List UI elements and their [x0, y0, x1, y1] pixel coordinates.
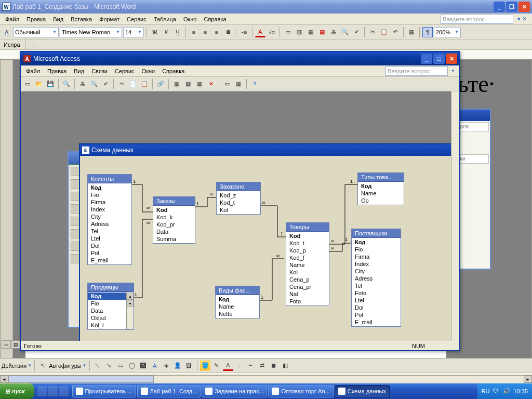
line-color-button[interactable]: ✎ — [211, 361, 222, 371]
search-file-button[interactable]: 🔍 — [61, 79, 72, 89]
show-all-button[interactable]: ▦ — [194, 79, 205, 89]
align-left-button[interactable]: ≡ — [189, 27, 199, 37]
menu-format[interactable]: Формат — [96, 15, 123, 23]
table-sellers[interactable]: Продавцы КодFioDataOkladKol_i ▲▼ — [87, 283, 134, 330]
line-button[interactable]: ＼ — [92, 361, 103, 371]
table-field[interactable]: Pol — [352, 311, 401, 318]
clock[interactable]: 10:35 — [513, 388, 528, 394]
arrow-style-button[interactable]: ⇄ — [257, 361, 268, 371]
ql-icon[interactable] — [48, 386, 58, 396]
access-close-button[interactable]: ✕ — [446, 54, 457, 64]
access-help-question-box[interactable]: Введите вопрос — [385, 66, 448, 76]
undo-button[interactable]: ↶ — [390, 27, 401, 37]
3d-button[interactable]: ◧ — [280, 361, 290, 371]
help-button[interactable]: ? — [249, 79, 260, 89]
columns-button[interactable]: ▥ — [294, 27, 304, 37]
table-field[interactable]: Cena_p — [286, 276, 329, 283]
access-maximize-button[interactable]: □ — [433, 54, 445, 64]
preview2-button[interactable]: 🔍 — [89, 79, 99, 89]
new-object-button[interactable]: ▭ — [222, 79, 232, 89]
tray-volume-icon[interactable]: 🔊 — [503, 388, 510, 395]
table-field[interactable]: Foto — [352, 289, 401, 297]
access-menu-relations[interactable]: Связи — [88, 67, 111, 75]
menu-view[interactable]: Вид — [50, 15, 66, 23]
table-field[interactable]: Код — [88, 184, 131, 191]
table-field[interactable]: Firma — [88, 198, 131, 206]
table-field[interactable]: Data — [153, 228, 195, 235]
table-orders-header[interactable]: Заказы — [153, 197, 195, 206]
table-types-header[interactable]: Типы това... — [358, 173, 404, 182]
spellcheck-button[interactable]: ✔ — [351, 27, 362, 37]
table-field[interactable]: Fio — [352, 246, 401, 253]
table-field[interactable]: Op — [358, 197, 404, 204]
table-types[interactable]: Типы това... КодNameOp — [357, 172, 404, 205]
table-field[interactable]: Name — [358, 190, 404, 197]
insert-table-button[interactable]: ▦ — [406, 27, 417, 37]
line-weight-button[interactable]: ≡ — [234, 361, 245, 371]
text-color-button[interactable]: A — [223, 361, 233, 371]
table-field[interactable]: Kod_k — [153, 214, 195, 221]
table-field[interactable]: Kod_t — [217, 199, 260, 206]
cut2-button[interactable]: ✂ — [116, 79, 127, 89]
arrow-button[interactable]: ↘ — [104, 361, 114, 371]
restore-button[interactable]: ❐ — [506, 2, 517, 12]
help-question-box[interactable]: Введите вопрос — [441, 15, 513, 24]
style-indicator-icon[interactable]: A — [2, 27, 12, 37]
table-field[interactable]: Oklad — [88, 314, 126, 322]
table-field[interactable]: Firma — [352, 253, 401, 260]
scroll-thumb[interactable] — [8, 376, 154, 383]
table-field[interactable]: Name — [216, 303, 259, 310]
taskbar-button[interactable]: Лаб раб 1_Созд... — [137, 385, 201, 397]
word-vertical-ruler[interactable] — [1, 60, 13, 358]
table-field[interactable]: Код — [352, 238, 401, 246]
access-menu-view[interactable]: Вид — [71, 67, 87, 75]
word-title-bar[interactable]: W Лаб раб 1_Создание базы - Microsoft Wo… — [0, 0, 532, 14]
word-hscrollbar[interactable]: ◄ ► — [0, 375, 532, 383]
fontsize-combo[interactable]: 14▼ — [123, 27, 144, 37]
menu-tools[interactable]: Сервис — [124, 15, 150, 23]
table-field[interactable]: Kod — [286, 232, 329, 240]
table-clients[interactable]: Клиенты КодFioFirmaIndexCityAdressTelLte… — [87, 174, 132, 265]
table-field[interactable]: Kod_pr — [153, 221, 195, 228]
table-field[interactable]: City — [352, 268, 401, 275]
table-field[interactable]: Index — [352, 260, 401, 268]
open-button[interactable]: 📂 — [34, 79, 44, 89]
menu-insert[interactable]: Вставка — [68, 15, 95, 23]
table-field[interactable]: Kod_p — [286, 247, 329, 254]
scroll-track[interactable] — [8, 376, 524, 383]
paste2-button[interactable]: 📋 — [139, 79, 150, 89]
access-menu-window[interactable]: Окно — [139, 67, 158, 75]
oval-button[interactable]: ◯ — [127, 361, 137, 371]
textbox-button[interactable]: 🅰 — [138, 361, 149, 371]
menu-chevron[interactable]: ▾ ✕ — [514, 15, 530, 23]
table-ordered-header[interactable]: Заказано — [217, 182, 260, 191]
db-objects-button[interactable]: ▦ — [233, 79, 244, 89]
table-field[interactable]: Netto — [216, 310, 259, 317]
tab-indicator[interactable]: ⎿ — [28, 39, 38, 50]
menu-file[interactable]: Файл — [2, 15, 22, 23]
copy2-button[interactable]: 📄 — [128, 79, 138, 89]
paste-button[interactable]: 📋 — [379, 27, 389, 37]
taskbar-button[interactable]: Задание на прак... — [202, 385, 267, 397]
table-goods-header[interactable]: Товары — [286, 223, 329, 232]
table-field[interactable]: Adress — [352, 275, 401, 282]
actions-menu[interactable]: Действия — [2, 363, 26, 369]
table-field[interactable]: Kod_t — [286, 240, 329, 247]
table-field[interactable]: Index — [88, 206, 131, 213]
table-field[interactable]: Tel — [352, 282, 401, 289]
menu-help[interactable]: Справка — [201, 15, 229, 23]
print2-button[interactable]: 🖶 — [77, 79, 88, 89]
access-menu-file[interactable]: Файл — [23, 67, 43, 75]
table-field[interactable]: Dol — [88, 242, 131, 249]
bullets-button[interactable]: •≡ — [239, 27, 249, 37]
tray-icon[interactable]: 🛡 — [493, 388, 500, 395]
picture-button[interactable]: 🖼 — [184, 361, 194, 371]
scroll-right-button[interactable]: ► — [524, 376, 532, 383]
cut-button[interactable]: ✂ — [367, 27, 378, 37]
underline-button[interactable]: Ч — [172, 27, 183, 37]
access-mdi-area[interactable]: ⊞ Схема данных 1∞ 1∞ 1∞ ∞1 — [21, 91, 459, 341]
style-combo[interactable]: Обычный▼ — [13, 27, 59, 37]
table-field[interactable]: Tel — [88, 228, 131, 235]
ql-icon[interactable] — [59, 386, 69, 396]
font-combo[interactable]: Times New Roman▼ — [60, 27, 122, 37]
